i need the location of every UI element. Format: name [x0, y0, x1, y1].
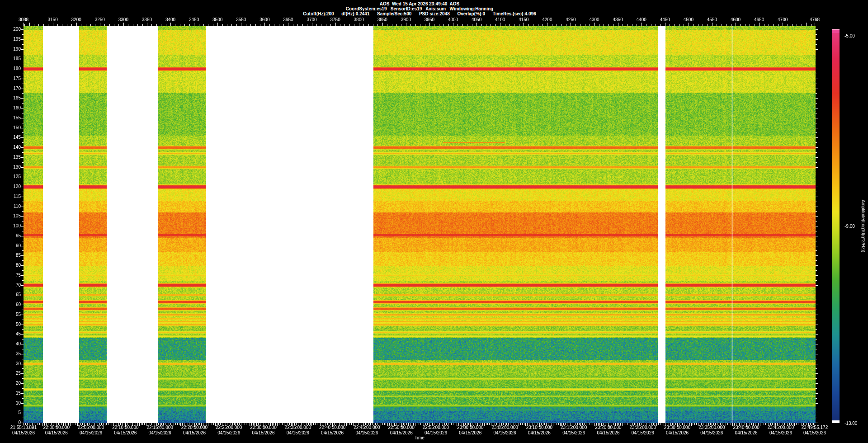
- date-label: 04/15/2026: [769, 431, 792, 435]
- top-axis-label: 4050: [472, 18, 481, 22]
- time-axis-label: 23:20:00.000: [595, 425, 621, 430]
- freq-axis-label: 190: [1, 47, 21, 52]
- freq-axis-label: 85: [1, 253, 21, 258]
- top-axis-label: 4768: [810, 18, 820, 22]
- freq-axis-label: 50: [1, 322, 21, 327]
- time-axis-label: 23:30:00.000: [664, 425, 690, 430]
- freq-axis-label: 105: [1, 214, 21, 218]
- top-axis-label: 3850: [377, 18, 387, 22]
- spectrogram-app-window: AOS Wed 15 Apr 2026 23:49:40 AOS CoordSy…: [0, 0, 868, 443]
- freq-axis-label: 70: [1, 283, 21, 287]
- time-axis-label: 23:15:00.000: [561, 425, 587, 430]
- processing-settings-line: Cutoff(Hz):200 df(Hz):0.2441 Sample/Sec:…: [0, 11, 839, 16]
- colorbar-tick-label: -5.00: [844, 34, 855, 38]
- date-label: 04/15/2026: [459, 431, 481, 435]
- date-label: 04/15/2026: [632, 431, 654, 435]
- freq-axis-label: 130: [1, 165, 21, 170]
- time-axis-label: 23:45:00.000: [768, 425, 794, 430]
- top-axis-label: 3350: [142, 18, 152, 22]
- freq-axis-label: 165: [1, 96, 21, 100]
- date-label: 04/15/2026: [149, 431, 171, 435]
- date-label: 04/15/2026: [183, 431, 206, 435]
- freq-axis-label: 120: [1, 184, 21, 189]
- top-axis-label: 4250: [566, 18, 576, 22]
- date-label: 04/15/2026: [12, 431, 35, 435]
- time-axis-label: 23:25:00.000: [630, 425, 656, 430]
- freq-axis-label: 5: [1, 410, 21, 415]
- freq-axis-label: 65: [1, 292, 21, 297]
- freq-axis-label: 30: [1, 362, 21, 366]
- freq-axis-label: 55: [1, 312, 21, 317]
- top-axis-label: 3500: [212, 18, 222, 22]
- freq-axis-label: 140: [1, 145, 21, 150]
- time-axis-label: 23:05:00.000: [491, 425, 518, 430]
- freq-axis-label: 20: [1, 381, 21, 386]
- top-axis-label: 4100: [495, 18, 505, 22]
- time-axis-label: 22:30:00.000: [250, 425, 276, 430]
- colorbar-tick-label: -9.00: [844, 224, 855, 229]
- top-axis-label: 4300: [589, 18, 599, 22]
- freq-axis-label: 40: [1, 342, 21, 346]
- time-axis-label: 22:50:00.000: [388, 425, 414, 430]
- top-axis-label: 3950: [425, 18, 434, 22]
- time-axis-label: 22:00:00.000: [43, 425, 70, 430]
- date-label: 04/15/2026: [45, 431, 68, 435]
- freq-axis-label: 180: [1, 66, 21, 71]
- top-axis-label: 3088: [19, 18, 28, 22]
- window-title: AOS Wed 15 Apr 2026 23:49:40 AOS: [0, 1, 839, 6]
- freq-axis-label: 95: [1, 234, 21, 238]
- top-axis-label: 4200: [542, 18, 552, 22]
- date-label: 04/15/2026: [597, 431, 619, 435]
- date-label: 04/15/2026: [114, 431, 137, 435]
- date-label: 04/15/2026: [425, 431, 447, 435]
- freq-axis-label: 185: [1, 57, 21, 61]
- freq-axis-label: 60: [1, 302, 21, 307]
- sensor-settings-line: CoordSystem:es19 SensorID:es19 Axis:sum …: [0, 6, 839, 11]
- date-label: 04/15/2026: [735, 431, 758, 435]
- colorbar-axis-title: Amplitude(Log10(g^2/Hz)): [861, 200, 865, 252]
- time-axis-label: 23:35:00.000: [698, 425, 725, 430]
- time-axis-label: 22:25:00.000: [216, 425, 242, 430]
- freq-axis-label: 45: [1, 332, 21, 336]
- freq-axis-label: 25: [1, 371, 21, 376]
- freq-axis-label: 15: [1, 391, 21, 396]
- date-label: 04/15/2026: [80, 431, 102, 435]
- freq-axis-label: 160: [1, 106, 21, 110]
- freq-axis-label: 35: [1, 352, 21, 356]
- top-axis-label: 3700: [307, 18, 316, 22]
- top-axis-label: 4150: [519, 18, 528, 22]
- date-label: 04/15/2026: [217, 431, 240, 435]
- top-axis-label: 3900: [401, 18, 411, 22]
- time-axis-label: 22:10:00.000: [112, 425, 138, 430]
- top-axis-label: 4400: [637, 18, 646, 22]
- freq-axis-label: 10: [1, 401, 21, 405]
- top-axis-label: 4700: [778, 18, 788, 22]
- freq-axis-label: 80: [1, 263, 21, 268]
- spectrogram-heatmap[interactable]: [24, 26, 816, 423]
- date-label: 04/15/2026: [252, 431, 274, 435]
- date-label: 04/15/2026: [355, 431, 378, 435]
- freq-axis-label: 195: [1, 37, 21, 42]
- time-axis-label: 21:55:13.891: [10, 425, 37, 430]
- date-label: 04/15/2026: [494, 431, 516, 435]
- top-axis-label: 3550: [236, 18, 246, 22]
- freq-axis-label: 115: [1, 194, 21, 199]
- date-label: 04/15/2026: [666, 431, 689, 435]
- freq-axis-label: 145: [1, 135, 21, 140]
- time-axis-title: Time: [415, 436, 425, 440]
- time-axis-label: 22:45:00.000: [354, 425, 380, 430]
- freq-axis-label: 155: [1, 116, 21, 120]
- freq-axis-label: 150: [1, 126, 21, 130]
- top-axis-label: 4000: [448, 18, 458, 22]
- time-axis-label: 22:40:00.000: [319, 425, 345, 430]
- freq-axis-label: 110: [1, 204, 21, 209]
- time-axis-label: 23:10:00.000: [526, 425, 552, 430]
- time-axis-label: 22:05:00.000: [78, 425, 104, 430]
- top-axis-label: 3450: [189, 18, 199, 22]
- top-axis-label: 3150: [47, 18, 57, 22]
- freq-axis-label: 90: [1, 244, 21, 248]
- time-axis-label: 22:55:00.000: [423, 425, 449, 430]
- time-axis-label: 22:20:00.000: [181, 425, 208, 430]
- date-label: 04/15/2026: [528, 431, 551, 435]
- top-axis-label: 4500: [684, 18, 693, 22]
